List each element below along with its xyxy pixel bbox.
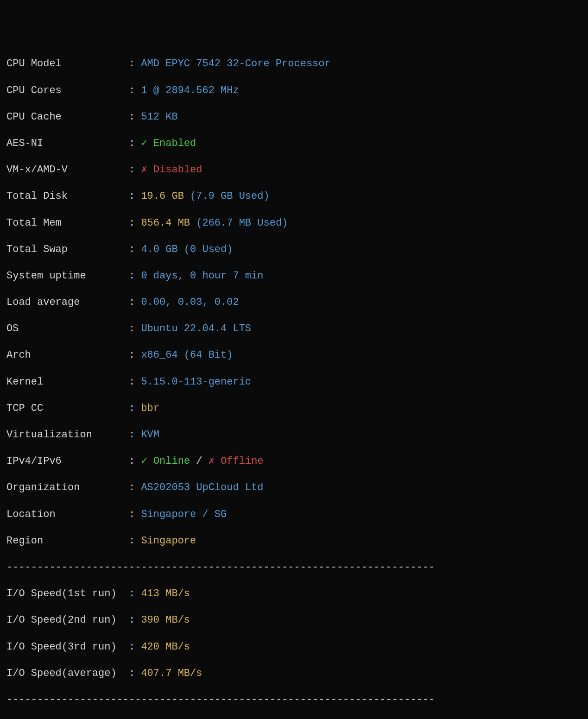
- org-label: Organization: [6, 481, 129, 495]
- cpu-cores-value: 1 @ 2894.562 MHz: [141, 85, 239, 96]
- uptime-value: 0 days, 0 hour 7 min: [141, 270, 263, 282]
- io-2-row: I/O Speed(2nd run) : 390 MB/s: [6, 614, 582, 627]
- aes-ni-label: AES-NI: [6, 137, 129, 151]
- load-row: Load average: 0.00, 0.03, 0.02: [6, 296, 582, 309]
- total-mem-row: Total Mem: 856.4 MB (266.7 MB Used): [6, 217, 582, 230]
- kernel-label: Kernel: [6, 376, 129, 389]
- load-label: Load average: [6, 296, 129, 309]
- io-3-row: I/O Speed(3rd run) : 420 MB/s: [6, 641, 582, 654]
- total-disk-used: (7.9 GB Used): [190, 190, 270, 202]
- cpu-cores-label: CPU Cores: [6, 84, 129, 98]
- vmx-label: VM-x/AMD-V: [6, 164, 129, 177]
- org-row: Organization: AS202053 UpCloud Ltd: [6, 481, 582, 495]
- load-value: 0.00, 0.03, 0.02: [141, 296, 239, 308]
- virt-label: Virtualization: [6, 429, 129, 442]
- kernel-value: 5.15.0-113-generic: [141, 376, 251, 388]
- io-avg-row: I/O Speed(average) : 407.7 MB/s: [6, 667, 582, 681]
- cpu-model-row: CPU Model: AMD EPYC 7542 32-Core Process…: [6, 57, 582, 71]
- vmx-value: Disabled: [153, 164, 202, 176]
- total-disk-value: 19.6 GB: [141, 190, 183, 202]
- io-1-label: I/O Speed(1st run): [6, 587, 123, 601]
- os-row: OS: Ubuntu 22.04.4 LTS: [6, 322, 582, 336]
- ipv6-status: Offline: [221, 455, 263, 467]
- cross-icon: ✗: [209, 455, 215, 467]
- cpu-cache-value: 512 KB: [141, 111, 177, 123]
- location-label: Location: [6, 508, 129, 522]
- cross-icon: ✗: [141, 164, 147, 176]
- aes-ni-value: Enabled: [153, 138, 196, 149]
- vmx-row: VM-x/AMD-V: ✗ Disabled: [6, 164, 582, 177]
- region-label: Region: [6, 535, 129, 548]
- ipver-row: IPv4/IPv6: ✓ Online / ✗ Offline: [6, 455, 582, 468]
- divider: ----------------------------------------…: [6, 694, 582, 707]
- io-2-value: 390 MB/s: [141, 614, 190, 626]
- total-disk-row: Total Disk: 19.6 GB (7.9 GB Used): [6, 190, 582, 203]
- check-icon: ✓: [141, 455, 147, 467]
- arch-label: Arch: [6, 349, 129, 362]
- tcpcc-value: bbr: [141, 403, 159, 414]
- uptime-label: System uptime: [6, 270, 129, 283]
- location-row: Location: Singapore / SG: [6, 508, 582, 522]
- aes-ni-row: AES-NI: ✓ Enabled: [6, 137, 582, 151]
- org-value: AS202053 UpCloud Ltd: [141, 482, 263, 493]
- total-disk-label: Total Disk: [6, 190, 129, 203]
- virt-row: Virtualization: KVM: [6, 429, 582, 442]
- io-3-label: I/O Speed(3rd run): [6, 641, 123, 654]
- ipv4-status: Online: [153, 455, 190, 467]
- tcpcc-row: TCP CC: bbr: [6, 402, 582, 416]
- os-value: Ubuntu 22.04.4 LTS: [141, 323, 251, 334]
- total-swap-value: 4.0 GB (0 Used): [141, 244, 233, 255]
- cpu-model-value: AMD EPYC 7542 32-Core Processor: [141, 58, 330, 69]
- io-3-value: 420 MB/s: [141, 641, 190, 653]
- cpu-model-label: CPU Model: [6, 57, 129, 71]
- uptime-row: System uptime: 0 days, 0 hour 7 min: [6, 270, 582, 283]
- location-value: Singapore / SG: [141, 509, 227, 520]
- region-value: Singapore: [141, 535, 196, 547]
- cpu-cache-row: CPU Cache: 512 KB: [6, 111, 582, 124]
- virt-value: KVM: [141, 429, 159, 441]
- io-avg-label: I/O Speed(average): [6, 667, 123, 681]
- io-avg-value: 407.7 MB/s: [141, 668, 202, 679]
- cpu-cores-row: CPU Cores: 1 @ 2894.562 MHz: [6, 84, 582, 98]
- arch-row: Arch: x86_64 (64 Bit): [6, 349, 582, 362]
- io-1-value: 413 MB/s: [141, 588, 190, 599]
- total-swap-row: Total Swap: 4.0 GB (0 Used): [6, 243, 582, 257]
- total-swap-label: Total Swap: [6, 243, 129, 257]
- ipver-label: IPv4/IPv6: [6, 455, 129, 468]
- cpu-cache-label: CPU Cache: [6, 111, 129, 124]
- kernel-row: Kernel: 5.15.0-113-generic: [6, 376, 582, 389]
- total-mem-label: Total Mem: [6, 217, 129, 230]
- terminal-output: CPU Model: AMD EPYC 7542 32-Core Process…: [6, 44, 582, 719]
- total-mem-value: 856.4 MB: [141, 217, 190, 229]
- region-row: Region: Singapore: [6, 535, 582, 548]
- divider: ----------------------------------------…: [6, 561, 582, 574]
- io-1-row: I/O Speed(1st run) : 413 MB/s: [6, 587, 582, 601]
- os-label: OS: [6, 322, 129, 336]
- arch-value: x86_64 (64 Bit): [141, 349, 233, 361]
- tcpcc-label: TCP CC: [6, 402, 129, 416]
- io-2-label: I/O Speed(2nd run): [6, 614, 123, 627]
- total-mem-used: (266.7 MB Used): [196, 217, 288, 229]
- check-icon: ✓: [141, 138, 147, 149]
